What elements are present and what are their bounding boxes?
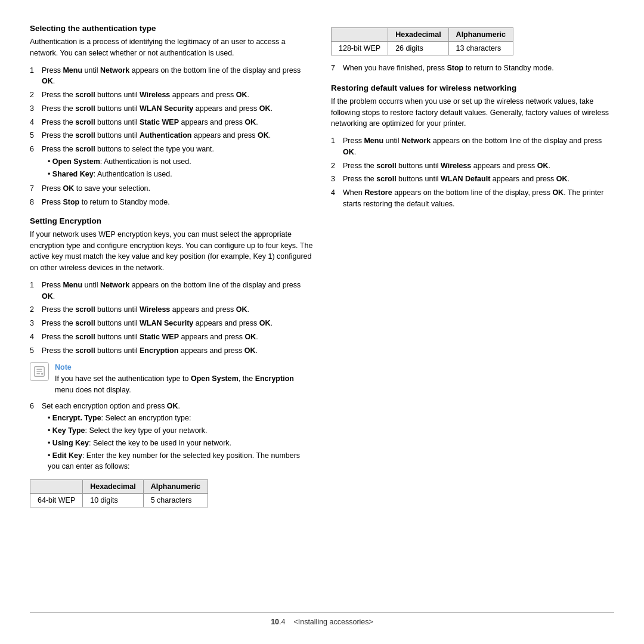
table-header-hex: Hexadecimal xyxy=(83,480,143,494)
table-cell-chars: 5 characters xyxy=(143,494,208,507)
table-cell-chars: 13 characters xyxy=(448,42,513,55)
step-num: 6 xyxy=(30,144,37,181)
auth-steps-list: 1 Press Menu until Network appears on th… xyxy=(30,65,313,208)
footer-text: <Installing accessories> xyxy=(293,618,373,626)
step-num: 4 xyxy=(331,187,338,210)
step-num: 1 xyxy=(331,135,338,158)
section-auth-intro: Authentication is a process of identifyi… xyxy=(30,36,313,59)
section-restore-title: Restoring default values for wireless ne… xyxy=(331,83,614,92)
section-enc-title: Setting Encryption xyxy=(30,216,313,225)
step-num: 3 xyxy=(331,174,338,185)
step-content: Press the scroll buttons until Wireless … xyxy=(42,304,313,315)
restore-steps-list: 1 Press Menu until Network appears on th… xyxy=(331,135,614,210)
right-column: Hexadecimal Alphanumeric 128-bit WEP 26 … xyxy=(331,24,614,606)
step-content: Press Stop to return to Standby mode. xyxy=(42,197,313,208)
section-auth-title: Selecting the authentication type xyxy=(30,24,313,33)
restore-step-2: 2 Press the scroll buttons until Wireles… xyxy=(331,160,614,172)
sub-bullet-shared: • Shared Key: Authentication is used. xyxy=(48,169,313,180)
step-content: Press the scroll buttons until Static WE… xyxy=(42,117,313,128)
step-content: Press the scroll buttons until Static WE… xyxy=(42,332,313,343)
step-content: Press the scroll buttons until Wireless … xyxy=(42,89,313,101)
section-restore-intro: If the problem occurrs when you use or s… xyxy=(331,96,614,129)
note-title: Note xyxy=(55,362,313,373)
sub-bullet-key-type: • Key Type: Select the key type of your … xyxy=(48,425,313,436)
step-content: Press the scroll buttons until Authentic… xyxy=(42,130,313,141)
right-step-7: 7 When you have finished, press Stop to … xyxy=(331,63,614,74)
step-content: Press the scroll buttons until WLAN Secu… xyxy=(42,103,313,114)
auth-step-1: 1 Press Menu until Network appears on th… xyxy=(30,65,313,88)
table-cell-digits: 10 digits xyxy=(83,494,143,507)
table-row: 128-bit WEP 26 digits 13 characters xyxy=(332,42,513,55)
table-header-hex: Hexadecimal xyxy=(388,28,448,42)
auth-step-2: 2 Press the scroll buttons until Wireles… xyxy=(30,89,313,101)
right-step7-list: 7 When you have finished, press Stop to … xyxy=(331,63,614,74)
note-icon xyxy=(30,362,49,381)
table-cell-wep: 128-bit WEP xyxy=(332,42,388,55)
table-row: 64-bit WEP 10 digits 5 characters xyxy=(30,494,208,507)
section-restore: Restoring default values for wireless ne… xyxy=(331,83,614,210)
step-num: 7 xyxy=(30,183,37,194)
step-num: 8 xyxy=(30,197,37,208)
step-num: 4 xyxy=(30,117,37,128)
page: Selecting the authentication type Authen… xyxy=(0,0,644,644)
step-content: Press Menu until Network appears on the … xyxy=(343,135,614,158)
step-content: Press the scroll buttons until Wireless … xyxy=(343,160,614,172)
sub-bullet-edit-key: • Edit Key: Enter the key number for the… xyxy=(48,450,313,473)
step-num: 5 xyxy=(30,345,37,357)
restore-step-3: 3 Press the scroll buttons until WLAN De… xyxy=(331,174,614,185)
enc-table-top: Hexadecimal Alphanumeric 128-bit WEP 26 … xyxy=(331,27,513,55)
step-num: 1 xyxy=(30,280,37,302)
enc-step-6: 6 Set each encryption option and press O… xyxy=(30,401,313,474)
step-num: 4 xyxy=(30,332,37,343)
sub-bullet-using-key: • Using Key: Select the key to be used i… xyxy=(48,438,313,449)
step-num: 3 xyxy=(30,318,37,329)
auth-step-3: 3 Press the scroll buttons until WLAN Se… xyxy=(30,103,313,114)
step-content: Press Menu until Network appears on the … xyxy=(42,280,313,302)
table-cell-wep: 64-bit WEP xyxy=(30,494,83,507)
step-content: When Restore appears on the bottom line … xyxy=(343,187,614,210)
step-content: Press the scroll buttons until WLAN Defa… xyxy=(343,174,614,185)
note-box: Note If you have set the authentication … xyxy=(30,362,313,395)
section-encryption: Setting Encryption If your network uses … xyxy=(30,216,313,507)
step-num: 2 xyxy=(30,304,37,315)
table-header-alpha: Alphanumeric xyxy=(448,28,513,42)
step-num: 5 xyxy=(30,130,37,141)
step-content: Press Menu until Network appears on the … xyxy=(42,65,313,88)
auth-step-4: 4 Press the scroll buttons until Static … xyxy=(30,117,313,128)
note-body: If you have set the authentication type … xyxy=(55,373,313,396)
section-auth-type: Selecting the authentication type Authen… xyxy=(30,24,313,208)
note-svg-icon xyxy=(33,365,46,378)
step-num: 2 xyxy=(331,160,338,172)
step-num: 1 xyxy=(30,65,37,88)
auth-step-8: 8 Press Stop to return to Standby mode. xyxy=(30,197,313,208)
enc-step-1: 1 Press Menu until Network appears on th… xyxy=(30,280,313,302)
step-content: Press the scroll buttons to select the t… xyxy=(42,144,313,181)
restore-step-4: 4 When Restore appears on the bottom lin… xyxy=(331,187,614,210)
step-num: 3 xyxy=(30,103,37,114)
left-column: Selecting the authentication type Authen… xyxy=(30,24,313,606)
step-content: Set each encryption option and press OK.… xyxy=(42,401,313,474)
enc-steps2-list: 6 Set each encryption option and press O… xyxy=(30,401,313,474)
table-header-empty xyxy=(30,480,83,494)
auth-step-5: 5 Press the scroll buttons until Authent… xyxy=(30,130,313,141)
page-footer: 10.4 <Installing accessories> xyxy=(30,612,614,626)
sub-bullet-open: • Open System: Authentication is not use… xyxy=(48,156,313,168)
enc-steps-list: 1 Press Menu until Network appears on th… xyxy=(30,280,313,357)
enc-step-4: 4 Press the scroll buttons until Static … xyxy=(30,332,313,343)
step-num: 6 xyxy=(30,401,37,474)
section-enc-intro: If your network uses WEP encryption keys… xyxy=(30,229,313,274)
table-header-empty xyxy=(332,28,388,42)
step-content: When you have finished, press Stop to re… xyxy=(343,63,614,74)
note-text-content: Note If you have set the authentication … xyxy=(55,362,313,395)
step-content: Press OK to save your selection. xyxy=(42,183,313,194)
enc-step-2: 2 Press the scroll buttons until Wireles… xyxy=(30,304,313,315)
step-content: Press the scroll buttons until Encryptio… xyxy=(42,345,313,357)
enc-step-3: 3 Press the scroll buttons until WLAN Se… xyxy=(30,318,313,329)
table-cell-digits: 26 digits xyxy=(388,42,448,55)
auth-step-7: 7 Press OK to save your selection. xyxy=(30,183,313,194)
footer-page-num: 10.4 xyxy=(271,618,285,626)
step-content: Press the scroll buttons until WLAN Secu… xyxy=(42,318,313,329)
step-num: 2 xyxy=(30,89,37,101)
auth-step-6: 6 Press the scroll buttons to select the… xyxy=(30,144,313,181)
step-num: 7 xyxy=(331,63,338,74)
